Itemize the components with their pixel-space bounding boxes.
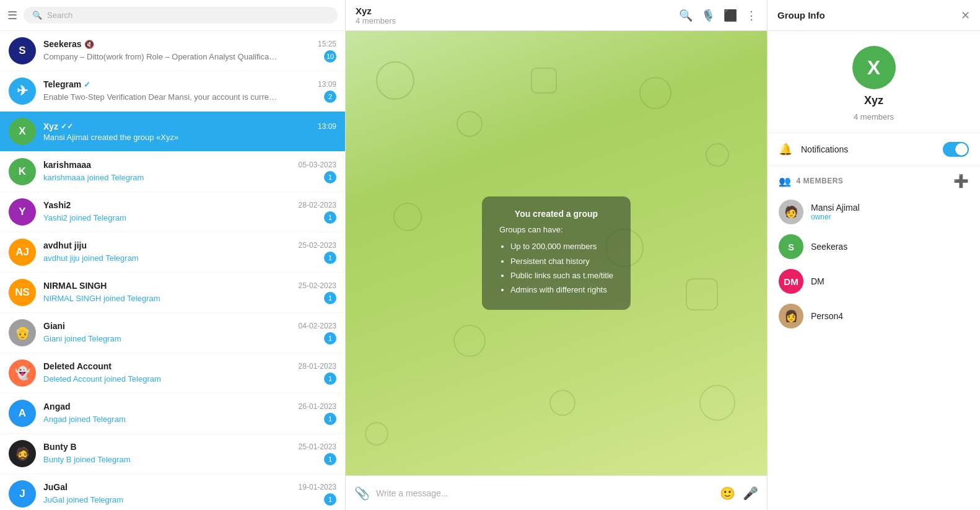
chat-item-giani[interactable]: 👴 Giani 04-02-2023 Giani joined Telegram… [0,313,345,353]
notifications-toggle[interactable] [943,142,969,157]
chat-header: Xyz 4 members 🔍 🎙️ ⬛ ⋮ [346,0,767,31]
chat-content: avdhut jiju 25-02-2023 avdhut jiju joine… [43,240,336,264]
chat-name: avdhut jiju [43,240,87,250]
emoji-icon[interactable]: 🙂 [720,486,735,501]
group-info-name: Xyz [864,94,883,107]
chat-background: You created a group Groups can have: Up … [346,31,767,475]
chat-item-seekeras[interactable]: S Seekeras🔇 15:25 Company – Ditto(work f… [0,31,345,71]
chat-item-bunty[interactable]: 🧔 Bunty B 25-01-2023 Bunty B joined Tele… [0,434,345,474]
members-list: 🧑 Mansi Ajimal owner S Seekeras DM DM 👩 … [779,195,969,333]
chat-name: Deleted Account [43,361,112,371]
chat-name: Bunty B [43,442,77,452]
chat-bottom: Enable Two-Step Verification Dear Mansi,… [43,90,336,103]
columns-icon[interactable]: ⬛ [724,9,737,22]
chat-item-angad[interactable]: A Angad 26-01-2023 Angad joined Telegram… [0,393,345,434]
members-count-label: 4 MEMBERS [797,177,844,185]
chat-time: 28-02-2023 [299,201,336,209]
chat-item-yashi2[interactable]: Y Yashi2 28-02-2023 Yashi2 joined Telegr… [0,192,345,232]
add-member-button[interactable]: ➕ [953,174,969,188]
chat-bottom: Yashi2 joined Telegram 1 [43,211,336,224]
people-icon: 👥 [779,175,792,187]
member-name: DM [811,276,969,286]
notifications-row: 🔔 Notifications [768,133,980,166]
member-item[interactable]: 👩 Person4 [779,299,969,333]
member-name: Mansi Ajimal [811,203,969,213]
close-group-info-button[interactable]: ✕ [961,9,970,22]
chat-bottom: Deleted Account joined Telegram 1 [43,372,336,385]
chat-name: karishmaaa [43,160,91,170]
header-icons: 🔍 🎙️ ⬛ ⋮ [679,9,757,22]
microphone-icon[interactable]: 🎤 [743,486,758,501]
chat-item-deleted[interactable]: 👻 Deleted Account 28-01-2023 Deleted Acc… [0,353,345,393]
chat-item-telegram[interactable]: ✈ Telegram✓ 13:09 Enable Two-Step Verifi… [0,71,345,112]
sidebar-header: ☰ 🔍 Search [0,0,345,31]
voice-chat-icon[interactable]: 🎙️ [701,9,715,22]
chat-content: Yashi2 28-02-2023 Yashi2 joined Telegram… [43,200,336,224]
chat-preview: Angad joined Telegram [43,415,126,424]
chat-item-avdhut[interactable]: AJ avdhut jiju 25-02-2023 avdhut jiju jo… [0,232,345,273]
more-options-icon[interactable]: ⋮ [746,9,757,22]
unread-badge: 2 [324,90,336,103]
group-avatar-text: X [867,56,880,79]
chat-top: Deleted Account 28-01-2023 [43,361,336,371]
chat-header-members: 4 members [356,16,672,25]
member-avatar: 🧑 [779,200,803,224]
svg-point-3 [640,77,671,108]
avatar: 👴 [9,319,36,346]
chat-preview: JuGal joined Telegram [43,495,123,504]
chat-item-karishmaaa[interactable]: K karishmaaa 05-03-2023 karishmaaa joine… [0,152,345,192]
member-item[interactable]: 🧑 Mansi Ajimal owner [779,195,969,229]
group-info-panel: Group Info ✕ X Xyz 4 members 🔔 Notificat… [767,0,980,510]
created-list-item: Admins with different rights [510,283,613,297]
chat-top: Telegram✓ 13:09 [43,79,336,89]
chat-bottom: Giani joined Telegram 1 [43,332,336,345]
chat-item-xyz[interactable]: X Xyz✓✓ 13:09 Mansi Ajimal created the g… [0,112,345,152]
chat-preview: NIRMAL SINGH joined Telegram [43,294,160,303]
chat-content: Deleted Account 28-01-2023 Deleted Accou… [43,361,336,385]
member-name: Person4 [811,311,969,321]
chat-top: NIRMAL SINGH 25-02-2023 [43,281,336,291]
verified-icon: ✓ [84,80,90,89]
group-info-avatar-section: X Xyz 4 members [768,31,980,133]
chat-preview: karishmaaa joined Telegram [43,173,144,182]
chat-name: Xyz✓✓ [43,121,73,131]
search-box[interactable]: 🔍 Search [24,7,338,24]
group-avatar: X [852,46,896,89]
member-role: owner [811,213,969,221]
notifications-label: Notifications [801,144,934,154]
chat-preview: Bunty B joined Telegram [43,455,131,464]
svg-point-11 [365,423,388,445]
menu-icon[interactable]: ☰ [7,9,17,22]
member-info: Seekeras [811,242,969,252]
chat-top: JuGal 19-01-2023 [43,482,336,492]
member-item[interactable]: S Seekeras [779,229,969,264]
unread-badge: 1 [324,372,336,385]
avatar: J [9,480,36,508]
chat-preview: Enable Two-Step Verification Dear Mansi,… [43,92,279,102]
chat-content: Telegram✓ 13:09 Enable Two-Step Verifica… [43,79,336,103]
chat-time: 13:09 [318,80,336,89]
group-info-title: Group Info [777,10,825,20]
chat-top: Xyz✓✓ 13:09 [43,121,336,131]
chat-top: Angad 26-01-2023 [43,402,336,411]
avatar: AJ [9,239,36,266]
chat-time: 25-02-2023 [299,241,336,250]
speaker-icon: 🔇 [84,40,94,49]
attach-icon[interactable]: 📎 [354,486,370,501]
input-right-icons: 🙂 🎤 [720,486,758,501]
chat-input-area: 📎 🙂 🎤 [346,475,767,510]
search-chat-icon[interactable]: 🔍 [679,9,693,22]
unread-badge: 1 [324,332,336,345]
chat-item-nirmal[interactable]: NS NIRMAL SINGH 25-02-2023 NIRMAL SINGH … [0,273,345,313]
chat-content: Xyz✓✓ 13:09 Mansi Ajimal created the gro… [43,121,336,142]
member-item[interactable]: DM DM [779,264,969,299]
message-input[interactable] [376,488,714,498]
created-list-item: Up to 200,000 members [510,239,613,253]
chat-item-jugal[interactable]: J JuGal 19-01-2023 JuGal joined Telegram… [0,474,345,510]
chat-name: Seekeras🔇 [43,39,94,49]
created-subtitle: Groups can have: [499,225,613,234]
chat-time: 19-01-2023 [299,483,336,491]
chat-name: Yashi2 [43,200,71,210]
chat-bottom: NIRMAL SINGH joined Telegram 1 [43,292,336,304]
chat-content: karishmaaa 05-03-2023 karishmaaa joined … [43,160,336,183]
